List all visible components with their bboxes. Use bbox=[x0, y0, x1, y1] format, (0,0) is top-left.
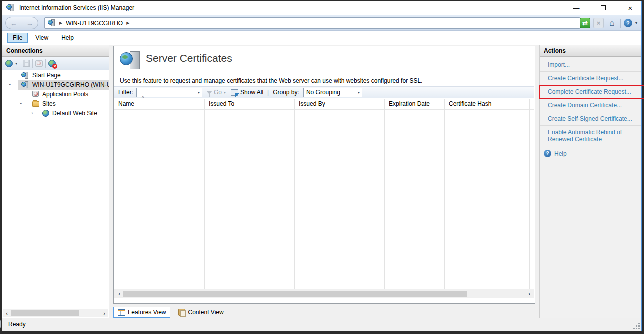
iis-status-icon bbox=[0, 320, 2, 328]
sites-folder-icon bbox=[32, 102, 40, 107]
navigation-toolbar: ← → ▶ WIN-U1T9GCGIRHO ▶ ⇄ × ⌂ ? ▾ bbox=[2, 15, 642, 31]
actions-header: Actions bbox=[540, 45, 641, 57]
scroll-thumb[interactable] bbox=[11, 310, 79, 316]
breadcrumb[interactable]: WIN-U1T9GCGIRHO bbox=[66, 20, 123, 27]
title-bar: Internet Information Services (IIS) Mana… bbox=[2, 1, 642, 15]
tab-features-view[interactable]: Features View bbox=[114, 307, 170, 318]
go-dropdown-icon: ▾ bbox=[224, 90, 226, 95]
page-description: Use this feature to request and manage c… bbox=[120, 78, 422, 84]
window-title: Internet Information Services (IIS) Mana… bbox=[20, 4, 134, 12]
scroll-left-icon[interactable]: ‹ bbox=[116, 290, 124, 298]
scroll-left-icon[interactable]: ‹ bbox=[3, 310, 11, 318]
help-dropdown-icon[interactable]: ▾ bbox=[636, 21, 638, 26]
tree-item-application-pools[interactable]: Application Pools bbox=[2, 90, 109, 100]
column-divider bbox=[444, 99, 445, 289]
content-view-icon bbox=[178, 309, 186, 316]
go-button: Go bbox=[214, 89, 222, 96]
menu-help[interactable]: Help bbox=[56, 33, 80, 43]
help-button[interactable]: ? bbox=[624, 19, 632, 28]
chevron-down-icon[interactable]: › bbox=[18, 102, 24, 104]
show-all-icon bbox=[231, 90, 238, 96]
group-by-select[interactable]: No Grouping ▾ bbox=[304, 88, 362, 98]
nav-pill: ← → bbox=[6, 17, 38, 30]
minimize-button[interactable]: — bbox=[570, 4, 582, 12]
chevron-down-icon[interactable]: ▾ bbox=[198, 90, 200, 95]
chevron-down-icon[interactable]: › bbox=[8, 84, 14, 86]
breadcrumb-arrow-icon[interactable]: ▶ bbox=[60, 21, 62, 26]
status-bar: Ready bbox=[2, 318, 642, 331]
server-certificates-card: Server Certificates Use this feature to … bbox=[114, 46, 536, 304]
column-name[interactable]: Name bbox=[118, 100, 134, 108]
column-issued-by[interactable]: Issued By bbox=[299, 100, 326, 108]
tree-item-server[interactable]: › WIN-U1T9GCGIRHO (WIN-U1 bbox=[2, 80, 109, 90]
view-tabs: Features View Content View bbox=[114, 306, 536, 319]
action-create-self-signed-certificate[interactable]: Create Self-Signed Certificate... bbox=[540, 112, 641, 126]
filter-input[interactable]: ▾ bbox=[136, 88, 202, 98]
tree-item-default-web-site[interactable]: › Default Web Site bbox=[2, 109, 109, 118]
forward-button[interactable]: → bbox=[26, 20, 34, 27]
column-headers: Name Issued To Issued By Expiration Date… bbox=[114, 99, 534, 110]
breadcrumb-arrow-icon[interactable]: ▶ bbox=[126, 21, 130, 26]
filter-toolbar: Filter: ▾ Go ▾ Show All | Group by: No G… bbox=[114, 86, 534, 98]
group-by-label: Group by: bbox=[273, 89, 300, 96]
filter-separator: | bbox=[268, 89, 269, 96]
back-button[interactable]: ← bbox=[10, 20, 18, 27]
menu-bar: File View Help bbox=[2, 31, 642, 45]
iis-manager-window: Internet Information Services (IIS) Mana… bbox=[2, 1, 642, 331]
connections-toolbar: ▾ bbox=[2, 57, 109, 70]
column-divider bbox=[384, 99, 385, 289]
page-title: Server Certificates bbox=[146, 52, 232, 64]
refresh-button[interactable]: ⇄ bbox=[580, 18, 590, 28]
action-create-domain-certificate[interactable]: Create Domain Certificate... bbox=[540, 99, 641, 112]
start-page-icon bbox=[22, 72, 30, 80]
go-filter-icon bbox=[206, 91, 212, 94]
column-divider bbox=[204, 99, 205, 289]
server-certificates-icon bbox=[120, 52, 142, 70]
maximize-button[interactable] bbox=[598, 4, 610, 12]
action-complete-certificate-request[interactable]: Complete Certificate Request... bbox=[540, 86, 641, 99]
save-connections-icon bbox=[23, 60, 30, 67]
scroll-right-icon[interactable]: › bbox=[526, 290, 534, 298]
delete-connection-icon[interactable] bbox=[48, 60, 56, 68]
connections-tree: Start Page › WIN-U1T9GCGIRHO (WIN-U1 App… bbox=[2, 71, 109, 309]
show-all-button[interactable]: Show All bbox=[240, 89, 264, 96]
features-view-icon bbox=[118, 310, 126, 316]
column-divider bbox=[294, 99, 295, 289]
close-button[interactable]: × bbox=[624, 4, 636, 12]
home-button[interactable]: ⌂ bbox=[607, 18, 618, 28]
menu-view[interactable]: View bbox=[30, 33, 54, 43]
action-create-certificate-request[interactable]: Create Certificate Request... bbox=[540, 72, 641, 86]
web-site-icon bbox=[42, 110, 50, 117]
edit-connection-icon bbox=[36, 60, 43, 67]
column-certificate-hash[interactable]: Certificate Hash bbox=[449, 100, 492, 108]
filter-label: Filter: bbox=[118, 89, 134, 96]
actions-panel: Actions Import... Create Certificate Req… bbox=[540, 45, 641, 318]
iis-node-icon bbox=[48, 20, 56, 27]
stop-button: × bbox=[594, 18, 604, 28]
tab-content-view[interactable]: Content View bbox=[174, 308, 228, 318]
menu-file[interactable]: File bbox=[8, 33, 28, 43]
resize-grip[interactable] bbox=[638, 328, 640, 330]
help-icon: ? bbox=[544, 150, 552, 158]
connect-server-icon[interactable] bbox=[6, 60, 13, 68]
tree-item-sites[interactable]: › Sites bbox=[2, 100, 109, 109]
scroll-thumb[interactable] bbox=[124, 291, 468, 297]
connect-dropdown-icon[interactable]: ▾ bbox=[16, 62, 18, 66]
group-by-value: No Grouping bbox=[306, 89, 340, 96]
action-import[interactable]: Import... bbox=[540, 58, 641, 72]
connections-header: Connections bbox=[2, 45, 109, 57]
scroll-right-icon[interactable]: › bbox=[100, 310, 108, 318]
status-text: Ready bbox=[8, 321, 26, 328]
certificates-hscrollbar[interactable]: ‹ › bbox=[114, 290, 534, 298]
address-bar[interactable]: ▶ WIN-U1T9GCGIRHO ▶ bbox=[44, 18, 580, 29]
action-help[interactable]: ? Help bbox=[540, 147, 641, 160]
action-enable-automatic-rebind[interactable]: Enable Automatic Rebind of Renewed Certi… bbox=[540, 126, 641, 146]
connections-hscrollbar[interactable]: ‹ › bbox=[3, 310, 108, 318]
chevron-right-icon[interactable]: › bbox=[32, 110, 34, 116]
iis-logo-icon bbox=[6, 4, 16, 12]
tree-item-start-page[interactable]: Start Page bbox=[2, 71, 109, 80]
column-issued-to[interactable]: Issued To bbox=[209, 100, 234, 108]
chevron-down-icon[interactable]: ▾ bbox=[358, 90, 360, 95]
column-expiration-date[interactable]: Expiration Date bbox=[389, 100, 430, 108]
server-icon bbox=[22, 82, 30, 89]
